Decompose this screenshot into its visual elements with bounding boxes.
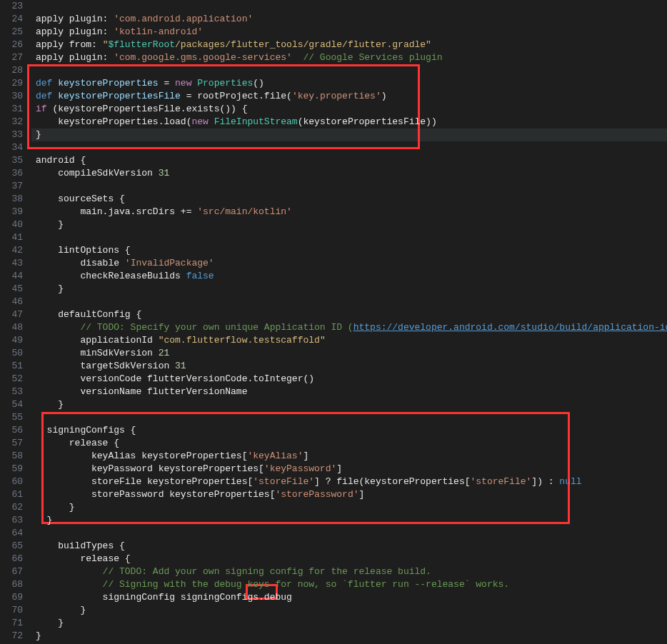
code-line[interactable]: } bbox=[36, 218, 667, 231]
code-line[interactable]: apply plugin: 'com.android.application' bbox=[36, 13, 667, 26]
line-number: 67 bbox=[0, 565, 23, 578]
line-number: 69 bbox=[0, 591, 23, 604]
line-number: 34 bbox=[0, 141, 23, 154]
code-line[interactable]: defaultConfig { bbox=[36, 308, 667, 321]
line-number: 55 bbox=[0, 411, 23, 424]
line-number: 62 bbox=[0, 501, 23, 514]
line-number: 52 bbox=[0, 373, 23, 386]
line-number: 59 bbox=[0, 463, 23, 476]
line-number: 40 bbox=[0, 218, 23, 231]
line-number: 32 bbox=[0, 116, 23, 129]
code-line[interactable]: sourceSets { bbox=[36, 193, 667, 206]
code-line[interactable]: } bbox=[36, 283, 667, 296]
code-line[interactable]: release { bbox=[36, 437, 667, 450]
line-number: 27 bbox=[0, 51, 23, 64]
code-line[interactable]: release { bbox=[36, 553, 667, 565]
line-number: 70 bbox=[0, 604, 23, 617]
line-number: 38 bbox=[0, 193, 23, 206]
line-number: 60 bbox=[0, 476, 23, 488]
line-number: 49 bbox=[0, 334, 23, 347]
line-number: 64 bbox=[0, 527, 23, 540]
line-number: 37 bbox=[0, 180, 23, 193]
line-number: 53 bbox=[0, 386, 23, 398]
code-content[interactable]: apply plugin: 'com.android.application' … bbox=[31, 0, 667, 644]
code-line[interactable]: } bbox=[36, 514, 667, 527]
line-number: 23 bbox=[0, 0, 23, 13]
code-line[interactable]: } bbox=[36, 501, 667, 514]
code-line[interactable]: disable 'InvalidPackage' bbox=[36, 257, 667, 270]
code-line[interactable]: if (keystorePropertiesFile.exists()) { bbox=[36, 103, 667, 116]
code-line[interactable]: signingConfigs { bbox=[36, 424, 667, 437]
code-line[interactable]: } bbox=[36, 604, 667, 617]
code-line[interactable]: versionCode flutterVersionCode.toInteger… bbox=[36, 373, 667, 386]
code-line[interactable]: targetSdkVersion 31 bbox=[36, 360, 667, 373]
code-line[interactable]: lintOptions { bbox=[36, 244, 667, 257]
line-number: 24 bbox=[0, 13, 23, 26]
code-line[interactable]: keyAlias keystoreProperties['keyAlias'] bbox=[36, 450, 667, 463]
code-line[interactable]: minSdkVersion 21 bbox=[36, 347, 667, 360]
line-number: 42 bbox=[0, 244, 23, 257]
code-line[interactable]: signingConfig signingConfigs.debug bbox=[36, 591, 667, 604]
line-number: 46 bbox=[0, 296, 23, 308]
code-line[interactable]: android { bbox=[36, 154, 667, 167]
code-line[interactable]: } bbox=[36, 398, 667, 411]
line-number: 65 bbox=[0, 540, 23, 553]
line-number: 39 bbox=[0, 206, 23, 218]
line-number: 71 bbox=[0, 617, 23, 630]
code-editor[interactable]: 23 24 25 26 27 28 29 30 31 32 33 34 35 3… bbox=[0, 0, 667, 644]
line-number: 25 bbox=[0, 26, 23, 39]
line-number: 68 bbox=[0, 578, 23, 591]
code-line[interactable] bbox=[36, 141, 667, 154]
line-number: 63 bbox=[0, 514, 23, 527]
url-link[interactable]: https://developer.android.com/studio/bui… bbox=[353, 322, 667, 333]
line-number: 72 bbox=[0, 630, 23, 643]
line-number: 47 bbox=[0, 308, 23, 321]
line-number: 31 bbox=[0, 103, 23, 116]
code-line[interactable]: versionName flutterVersionName bbox=[36, 386, 667, 398]
code-line[interactable] bbox=[36, 527, 667, 540]
code-line[interactable]: } bbox=[36, 630, 667, 643]
line-number: 57 bbox=[0, 437, 23, 450]
code-line[interactable]: def keystoreProperties = new Properties(… bbox=[36, 77, 667, 90]
line-number: 56 bbox=[0, 424, 23, 437]
code-line[interactable] bbox=[36, 180, 667, 193]
code-line[interactable]: // TODO: Specify your own unique Applica… bbox=[36, 321, 667, 334]
line-number: 29 bbox=[0, 77, 23, 90]
code-line[interactable] bbox=[36, 411, 667, 424]
code-line[interactable] bbox=[36, 296, 667, 308]
code-line[interactable] bbox=[36, 64, 667, 77]
code-line[interactable]: // TODO: Add your own signing config for… bbox=[36, 565, 667, 578]
line-number: 45 bbox=[0, 283, 23, 296]
code-line[interactable]: compileSdkVersion 31 bbox=[36, 167, 667, 180]
code-line[interactable]: // Signing with the debug keys for now, … bbox=[36, 578, 667, 591]
line-number: 48 bbox=[0, 321, 23, 334]
code-line[interactable]: main.java.srcDirs += 'src/main/kotlin' bbox=[36, 206, 667, 218]
code-line[interactable]: keystoreProperties.load(new FileInputStr… bbox=[36, 116, 667, 129]
code-line[interactable] bbox=[36, 0, 667, 13]
code-line[interactable]: apply from: "$flutterRoot/packages/flutt… bbox=[36, 39, 667, 51]
line-number: 41 bbox=[0, 231, 23, 244]
line-number: 50 bbox=[0, 347, 23, 360]
code-line[interactable]: storeFile keystoreProperties['storeFile'… bbox=[36, 476, 667, 488]
code-line[interactable]: buildTypes { bbox=[36, 540, 667, 553]
code-line[interactable]: apply plugin: 'com.google.gms.google-ser… bbox=[36, 51, 667, 64]
code-line[interactable]: apply plugin: 'kotlin-android' bbox=[36, 26, 667, 39]
line-number: 35 bbox=[0, 154, 23, 167]
line-number: 33 bbox=[0, 129, 23, 141]
line-number: 36 bbox=[0, 167, 23, 180]
code-line[interactable]: def keystorePropertiesFile = rootProject… bbox=[36, 90, 667, 103]
code-line[interactable]: } bbox=[36, 617, 667, 630]
line-number: 30 bbox=[0, 90, 23, 103]
line-number: 51 bbox=[0, 360, 23, 373]
code-line[interactable] bbox=[36, 231, 667, 244]
line-number: 54 bbox=[0, 398, 23, 411]
line-number-gutter: 23 24 25 26 27 28 29 30 31 32 33 34 35 3… bbox=[0, 0, 31, 644]
line-number: 66 bbox=[0, 553, 23, 565]
code-line[interactable]: storePassword keystoreProperties['storeP… bbox=[36, 488, 667, 501]
code-line[interactable]: applicationId "com.flutterflow.testscaff… bbox=[36, 334, 667, 347]
line-number: 26 bbox=[0, 39, 23, 51]
code-line[interactable]: } bbox=[36, 129, 667, 141]
line-number: 28 bbox=[0, 64, 23, 77]
code-line[interactable]: keyPassword keystoreProperties['keyPassw… bbox=[36, 463, 667, 476]
code-line[interactable]: checkReleaseBuilds false bbox=[36, 270, 667, 283]
